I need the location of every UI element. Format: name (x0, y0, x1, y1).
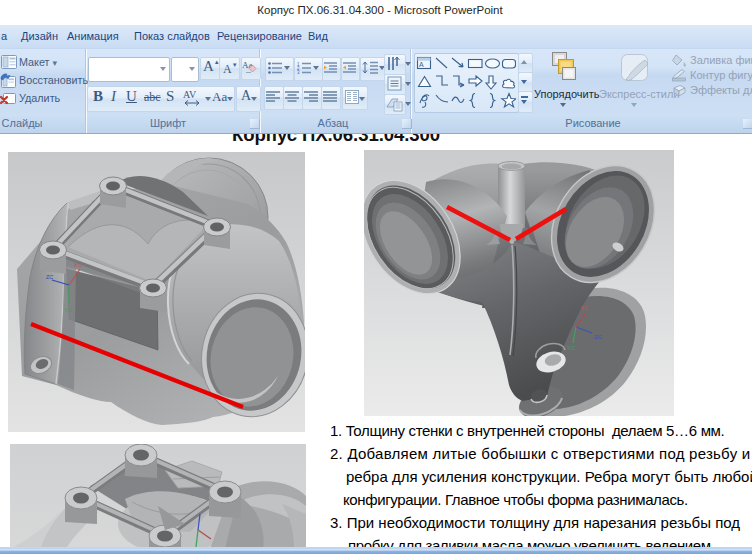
svg-text:ZC: ZC (594, 334, 603, 340)
svg-text:3: 3 (297, 70, 300, 74)
svg-text:YC: YC (567, 345, 576, 351)
svg-text:XC: XC (580, 305, 589, 311)
svg-text:YC: YC (64, 307, 72, 313)
svg-text:ZC: ZC (46, 274, 53, 280)
svg-text:XC: XC (74, 262, 82, 268)
svg-text:A: A (419, 61, 424, 68)
svg-text:AV: AV (183, 89, 197, 100)
